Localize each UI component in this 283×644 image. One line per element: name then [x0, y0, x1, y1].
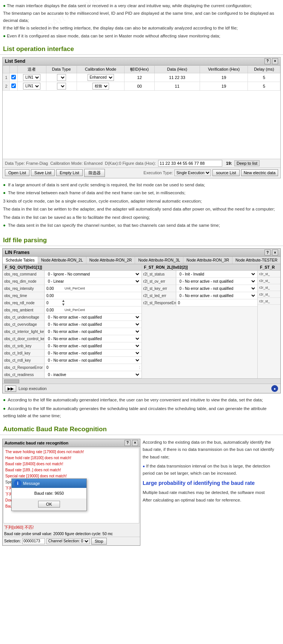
dkax-label: D(Kax):0 Figure data (Hox): [105, 161, 156, 166]
tab-node-ron-3r[interactable]: Node Attribute-RON_3R [183, 257, 232, 264]
lin-frames-help-btn[interactable]: ? [265, 249, 271, 255]
r2l-st-ov-err-select[interactable]: 0 - No error active - not qualified [177, 278, 257, 285]
auto-baud-p1: According to the existing data on the bu… [143, 439, 281, 461]
message-icon: i [14, 480, 22, 487]
row1-calmode-select[interactable]: Enhanced [88, 74, 114, 81]
list-send-close-btn[interactable]: × [272, 58, 278, 64]
lin-horizontal-scrollbar[interactable] [4, 379, 19, 383]
list-send-empty-area [3, 91, 280, 159]
cal-mode-label: Calibration Mode: Enhanced [50, 161, 103, 166]
lin-frames-titlebar-btns: ? × [265, 249, 278, 255]
list-bullet5: The data in the list can be saved as a f… [3, 214, 280, 221]
baud-window-title: Automatic baud rate recognition [5, 441, 68, 445]
row2-checkbox[interactable] [11, 84, 16, 88]
baud-probe-row: Baud rate probe small value: 20000 figur… [3, 531, 140, 537]
row1-chan-select[interactable]: LIN1 [23, 74, 40, 81]
dkax-input[interactable] [158, 160, 222, 167]
baud-close-btn[interactable]: × [132, 440, 138, 446]
r2l-st-led-err-select[interactable]: 0 - No error active - not qualified [177, 292, 257, 299]
source-list-btn[interactable]: source List [212, 169, 239, 176]
baud-list-item: Have hold rate [18100] does not match! [5, 455, 138, 461]
lin-frames-close-btn[interactable]: × [272, 249, 278, 255]
obs-ct-readiness-select[interactable]: 0 - inactive [46, 371, 140, 378]
message-dialog: i Message Baud rate: 9650 OK [11, 478, 87, 511]
idf-bullet2: According to the ldf file automatically … [3, 405, 280, 420]
large-prob-text: Large probability of identifying the bau… [143, 479, 281, 488]
obs-req-dim-node-select[interactable]: 0 - Linear [46, 278, 140, 285]
r2l-st-status-select[interactable]: 0 - Init - Invalid [177, 271, 257, 277]
col-delay: Delay (ms) [248, 65, 280, 73]
obs-ct-door-control-key-select[interactable]: 0 - No error active - not qualified [46, 335, 140, 342]
row2-calmode-select[interactable]: 校验 [92, 83, 109, 90]
new-elec-btn[interactable]: New electric data [241, 169, 278, 176]
globe-icon[interactable]: ● [271, 385, 278, 392]
obs-req-ambient-input[interactable] [46, 307, 65, 313]
field-obs-req-ambient: obs_req_ambient Unit_PerCent [3, 307, 142, 314]
row1-datatype-select[interactable] [57, 74, 66, 81]
field-obs-req-intensity: obs_req_intensity Unit_PerCent [3, 285, 142, 292]
field-obs-ct-undervoltage: obs_ct_undervoltage 0 - No error active … [3, 314, 142, 321]
list-bullet2: The time interval between each frame of … [3, 189, 280, 196]
obs-req-time-input[interactable] [46, 292, 140, 299]
save-list-btn[interactable]: Save List [31, 169, 55, 176]
left-node-col: F_SQ_OUT[0x01[1]] obs_req_command 0 - Ig… [3, 264, 142, 378]
list-send-title: List Send [5, 59, 25, 64]
baud-help-btn[interactable]: ? [125, 440, 131, 446]
baud-window-container: Automatic baud rate recognition ? × The … [2, 439, 140, 546]
list-send-help-btn[interactable]: ? [265, 58, 271, 64]
obs-req-command-select[interactable]: 0 - Ignore - No command [46, 271, 140, 277]
deep-to-list-btn[interactable]: Deep to list [234, 160, 260, 166]
obs-ct-undervoltage-select[interactable]: 0 - No error active - not qualified [46, 314, 140, 320]
col-datatype: Data Type [46, 65, 77, 73]
filter-btn[interactable]: 筛选器 [84, 169, 105, 177]
right-col1-fields: r2l_st_status 0 - Init - Invalid r2l_st_… [142, 271, 258, 378]
tab-schedule-tables[interactable]: Schedule Tables [3, 257, 38, 264]
stop-btn[interactable]: Stop [91, 538, 107, 545]
field-obs-req-time: obs_req_time [3, 292, 142, 299]
row2-datatype-select[interactable] [57, 83, 66, 90]
tab-node-ron-2l[interactable]: Node Attribute-RON_2L [38, 257, 86, 264]
lin-scroll-area[interactable] [3, 378, 280, 384]
exec-type-select[interactable]: Single Execution [174, 169, 211, 176]
obs-ct-lrdl-key-select[interactable]: 0 - No error active - not qualified [46, 350, 140, 356]
loop-exec-label: Loop execution [18, 386, 47, 391]
message-ok-btn[interactable]: OK [38, 501, 60, 508]
obs-ct-interior-light-key-select[interactable]: 0 - No error active - not qualified [46, 328, 140, 335]
baud-probe-val: 20000 figure detection cycle: [53, 532, 101, 536]
list-bullet4: The data in the list can be written to t… [3, 206, 280, 212]
baud-list-item: Baud rate [189..] does not match! [5, 467, 138, 473]
col-data: Data (Hex) [154, 65, 200, 73]
col-checkbox [10, 65, 18, 73]
lin-tabs: Schedule Tables Node Attribute-RON_2L No… [3, 257, 280, 264]
empty-list-btn[interactable]: Empty List [56, 169, 82, 176]
tab-node-ron-3l[interactable]: Node Attribute-RON_3L [135, 257, 183, 264]
col-calmode: Calibration Mode [77, 65, 125, 73]
channel-select[interactable]: Channel Selection: 0 [46, 538, 90, 544]
r2l-st-key-err-select[interactable]: 0 - No error active - not qualified [177, 285, 257, 292]
obs-ct-rrdl-key-select[interactable]: 0 - No error active - not qualified [46, 357, 140, 364]
obs-ct-response-error-input[interactable] [46, 364, 57, 371]
row2-chan-select[interactable]: LIN1 [23, 83, 40, 90]
loop-start-btn[interactable]: ▶▶ [5, 385, 16, 392]
list-bullet6: The data sent in the list can specify th… [3, 222, 280, 229]
tab-node-tester[interactable]: Node Attribute-TESTER [232, 257, 280, 264]
row1-checkbox[interactable] [11, 75, 16, 79]
intro-bullet2: The timestamp can be accurate to the mil… [3, 10, 280, 24]
selection-input[interactable] [22, 538, 45, 544]
baud-controls: Selection: Channel Selection: 0 Stop [3, 537, 140, 545]
field-obs-ct-snb-key: obs_ct_snb_key 0 - No error active - not… [3, 342, 142, 350]
auto-baud-right-text: According to the existing data on the bu… [143, 439, 281, 546]
data-type-label: Data Type: Frame-Diag [5, 161, 48, 166]
open-list-btn[interactable]: Open List [5, 169, 29, 176]
tab-node-ron-2r[interactable]: Node Attribute-RON_2R [86, 257, 135, 264]
col-frameid: 帧ID(Hex) [125, 65, 155, 73]
obs-ct-snb-key-select[interactable]: 0 - No error active - not qualified [46, 342, 140, 349]
r2l-st-response-error-input[interactable] [177, 299, 189, 306]
col-verif: Verification (Hex) [200, 65, 248, 73]
obs-ct-overvoltage-select[interactable]: 0 - No error active - not qualified [46, 321, 140, 328]
auto-baud-header: Automatic Baud Rate Recognition [0, 423, 283, 435]
field-obs-req-rdl-node: obs_req_rdl_node ▲ ▼ [3, 299, 142, 307]
obs-req-intensity-input[interactable] [46, 285, 65, 292]
obs-req-rdl-input[interactable] [46, 299, 61, 306]
lin-node-grid: F_SQ_OUT[0x01[1]] obs_req_command 0 - Ig… [3, 264, 280, 378]
